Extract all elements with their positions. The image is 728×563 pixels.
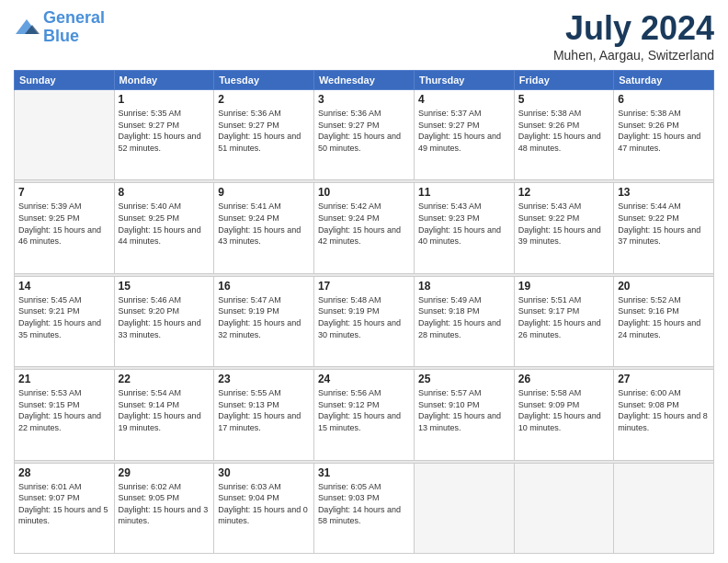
table-row: 20Sunrise: 5:52 AM Sunset: 9:16 PM Dayli… (614, 276, 714, 366)
day-info: Sunrise: 5:36 AM Sunset: 9:27 PM Dayligh… (218, 108, 310, 154)
day-info: Sunrise: 5:56 AM Sunset: 9:12 PM Dayligh… (318, 387, 410, 433)
table-row: 15Sunrise: 5:46 AM Sunset: 9:20 PM Dayli… (114, 276, 214, 366)
calendar-week-row: 14Sunrise: 5:45 AM Sunset: 9:21 PM Dayli… (15, 276, 714, 366)
day-number: 17 (318, 280, 410, 293)
day-number: 14 (18, 280, 110, 293)
day-info: Sunrise: 6:02 AM Sunset: 9:05 PM Dayligh… (119, 481, 210, 527)
th-sunday: Sunday (15, 71, 115, 90)
table-row: 16Sunrise: 5:47 AM Sunset: 9:19 PM Dayli… (214, 276, 314, 366)
title-area: July 2024 Muhen, Aargau, Switzerland (553, 9, 714, 63)
day-info: Sunrise: 5:39 AM Sunset: 9:25 PM Dayligh… (18, 201, 110, 247)
table-row: 23Sunrise: 5:55 AM Sunset: 9:13 PM Dayli… (214, 370, 314, 460)
page: General Blue July 2024 Muhen, Aargau, Sw… (0, 0, 728, 563)
day-number: 13 (618, 186, 710, 199)
calendar-week-row: 21Sunrise: 5:53 AM Sunset: 9:15 PM Dayli… (15, 370, 714, 460)
table-row: 31Sunrise: 6:05 AM Sunset: 9:03 PM Dayli… (313, 463, 414, 553)
header: General Blue July 2024 Muhen, Aargau, Sw… (14, 9, 714, 63)
day-number: 10 (318, 186, 410, 199)
day-info: Sunrise: 5:41 AM Sunset: 9:24 PM Dayligh… (218, 201, 310, 247)
day-number: 15 (119, 280, 210, 293)
day-info: Sunrise: 5:43 AM Sunset: 9:23 PM Dayligh… (418, 201, 510, 247)
table-row: 9Sunrise: 5:41 AM Sunset: 9:24 PM Daylig… (214, 183, 314, 273)
table-row: 24Sunrise: 5:56 AM Sunset: 9:12 PM Dayli… (313, 370, 414, 460)
th-saturday: Saturday (614, 71, 714, 90)
day-info: Sunrise: 5:42 AM Sunset: 9:24 PM Dayligh… (318, 201, 410, 247)
day-number: 29 (119, 466, 210, 479)
day-info: Sunrise: 5:52 AM Sunset: 9:16 PM Dayligh… (618, 294, 710, 340)
table-row: 14Sunrise: 5:45 AM Sunset: 9:21 PM Dayli… (15, 276, 115, 366)
day-info: Sunrise: 5:46 AM Sunset: 9:20 PM Dayligh… (119, 294, 210, 340)
day-info: Sunrise: 5:37 AM Sunset: 9:27 PM Dayligh… (418, 108, 510, 154)
th-friday: Friday (514, 71, 613, 90)
calendar-week-row: 28Sunrise: 6:01 AM Sunset: 9:07 PM Dayli… (15, 463, 714, 553)
day-info: Sunrise: 5:47 AM Sunset: 9:19 PM Dayligh… (218, 294, 310, 340)
th-wednesday: Wednesday (313, 71, 414, 90)
day-number: 31 (318, 466, 410, 479)
table-row: 3Sunrise: 5:36 AM Sunset: 9:27 PM Daylig… (313, 90, 414, 180)
calendar-week-row: 7Sunrise: 5:39 AM Sunset: 9:25 PM Daylig… (15, 183, 714, 273)
table-row: 8Sunrise: 5:40 AM Sunset: 9:25 PM Daylig… (114, 183, 214, 273)
day-number: 28 (18, 466, 110, 479)
day-number: 30 (218, 466, 310, 479)
day-number: 21 (18, 373, 110, 385)
day-number: 19 (518, 280, 609, 293)
day-info: Sunrise: 5:40 AM Sunset: 9:25 PM Dayligh… (119, 201, 210, 247)
day-number: 6 (618, 93, 710, 106)
day-number: 12 (518, 186, 609, 199)
table-row: 19Sunrise: 5:51 AM Sunset: 9:17 PM Dayli… (514, 276, 613, 366)
day-info: Sunrise: 5:36 AM Sunset: 9:27 PM Dayligh… (318, 108, 410, 154)
table-row: 12Sunrise: 5:43 AM Sunset: 9:22 PM Dayli… (514, 183, 613, 273)
day-info: Sunrise: 5:35 AM Sunset: 9:27 PM Dayligh… (119, 108, 210, 154)
table-row (514, 463, 613, 553)
table-row (614, 463, 714, 553)
day-info: Sunrise: 5:51 AM Sunset: 9:17 PM Dayligh… (518, 294, 609, 340)
table-row (414, 463, 514, 553)
day-number: 24 (318, 373, 410, 385)
table-row: 11Sunrise: 5:43 AM Sunset: 9:23 PM Dayli… (414, 183, 514, 273)
table-row: 10Sunrise: 5:42 AM Sunset: 9:24 PM Dayli… (313, 183, 414, 273)
day-number: 7 (18, 186, 110, 199)
table-row: 27Sunrise: 6:00 AM Sunset: 9:08 PM Dayli… (614, 370, 714, 460)
day-number: 27 (618, 373, 710, 385)
day-number: 25 (418, 373, 510, 385)
day-number: 1 (119, 93, 210, 106)
day-number: 20 (618, 280, 710, 293)
day-number: 3 (318, 93, 410, 106)
th-monday: Monday (114, 71, 214, 90)
day-info: Sunrise: 5:49 AM Sunset: 9:18 PM Dayligh… (418, 294, 510, 340)
table-row: 25Sunrise: 5:57 AM Sunset: 9:10 PM Dayli… (414, 370, 514, 460)
day-info: Sunrise: 5:44 AM Sunset: 9:22 PM Dayligh… (618, 201, 710, 247)
table-row: 18Sunrise: 5:49 AM Sunset: 9:18 PM Dayli… (414, 276, 514, 366)
location: Muhen, Aargau, Switzerland (553, 48, 714, 63)
day-info: Sunrise: 5:48 AM Sunset: 9:19 PM Dayligh… (318, 294, 410, 340)
day-info: Sunrise: 6:05 AM Sunset: 9:03 PM Dayligh… (318, 481, 410, 527)
th-tuesday: Tuesday (214, 71, 314, 90)
day-info: Sunrise: 5:55 AM Sunset: 9:13 PM Dayligh… (218, 387, 310, 433)
month-title: July 2024 (553, 9, 714, 48)
th-thursday: Thursday (414, 71, 514, 90)
day-info: Sunrise: 5:54 AM Sunset: 9:14 PM Dayligh… (119, 387, 210, 433)
table-row: 28Sunrise: 6:01 AM Sunset: 9:07 PM Dayli… (15, 463, 115, 553)
day-number: 5 (518, 93, 609, 106)
day-number: 11 (418, 186, 510, 199)
table-row: 6Sunrise: 5:38 AM Sunset: 9:26 PM Daylig… (614, 90, 714, 180)
calendar-header-row: Sunday Monday Tuesday Wednesday Thursday… (15, 71, 714, 90)
logo-blue: Blue (43, 27, 79, 45)
logo: General Blue (14, 9, 105, 46)
table-row: 5Sunrise: 5:38 AM Sunset: 9:26 PM Daylig… (514, 90, 613, 180)
table-row: 21Sunrise: 5:53 AM Sunset: 9:15 PM Dayli… (15, 370, 115, 460)
day-info: Sunrise: 5:58 AM Sunset: 9:09 PM Dayligh… (518, 387, 609, 433)
calendar-week-row: 1Sunrise: 5:35 AM Sunset: 9:27 PM Daylig… (15, 90, 714, 180)
table-row: 2Sunrise: 5:36 AM Sunset: 9:27 PM Daylig… (214, 90, 314, 180)
day-info: Sunrise: 5:45 AM Sunset: 9:21 PM Dayligh… (18, 294, 110, 340)
day-number: 2 (218, 93, 310, 106)
day-number: 16 (218, 280, 310, 293)
calendar-table: Sunday Monday Tuesday Wednesday Thursday… (14, 70, 714, 554)
table-row (15, 90, 115, 180)
day-number: 4 (418, 93, 510, 106)
day-info: Sunrise: 5:53 AM Sunset: 9:15 PM Dayligh… (18, 387, 110, 433)
table-row: 1Sunrise: 5:35 AM Sunset: 9:27 PM Daylig… (114, 90, 214, 180)
day-info: Sunrise: 5:38 AM Sunset: 9:26 PM Dayligh… (618, 108, 710, 154)
logo-icon (14, 17, 40, 38)
logo-general: General (43, 8, 105, 27)
